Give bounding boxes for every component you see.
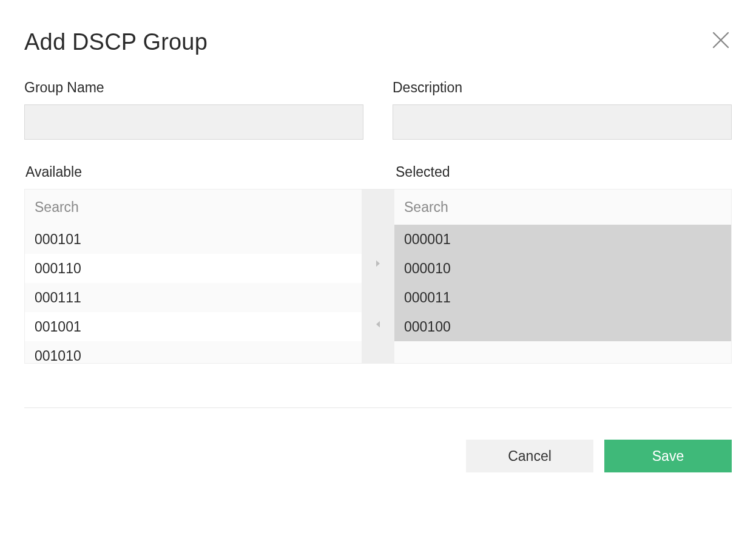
footer-actions: Cancel Save xyxy=(24,440,732,472)
list-item[interactable]: 000111 xyxy=(25,283,362,312)
list-item[interactable]: 000011 xyxy=(394,283,731,312)
description-input[interactable] xyxy=(393,104,732,140)
list-item[interactable]: 001010 xyxy=(25,341,362,363)
transfer-controls xyxy=(362,189,394,363)
close-button[interactable] xyxy=(710,29,732,51)
modal-title: Add DSCP Group xyxy=(24,29,732,55)
save-button[interactable]: Save xyxy=(604,440,732,472)
available-search-input[interactable] xyxy=(25,189,362,225)
list-item[interactable]: 000010 xyxy=(394,254,731,283)
available-list: 000101000110000111001001001010 xyxy=(25,225,362,363)
selected-list: 000001000010000011000100 xyxy=(394,225,731,363)
selected-search-input[interactable] xyxy=(394,189,731,225)
field-row: Group Name Description xyxy=(24,80,732,140)
add-dscp-group-modal: Add DSCP Group Group Name Description Av… xyxy=(0,0,756,555)
move-left-button[interactable] xyxy=(362,312,394,336)
svg-marker-2 xyxy=(376,260,380,267)
dual-list-box: 000101000110000111001001001010 000001000… xyxy=(24,189,732,364)
list-item[interactable]: 000110 xyxy=(25,254,362,283)
list-item[interactable]: 000001 xyxy=(394,225,731,254)
list-item[interactable]: 000100 xyxy=(394,312,731,341)
available-column: 000101000110000111001001001010 xyxy=(25,189,362,363)
description-label: Description xyxy=(393,80,732,96)
chevron-right-icon xyxy=(362,258,394,269)
list-item[interactable]: 000101 xyxy=(25,225,362,254)
cancel-button[interactable]: Cancel xyxy=(466,440,593,472)
dual-list-headings: Available Selected xyxy=(24,164,732,189)
svg-marker-3 xyxy=(376,321,380,328)
description-field: Description xyxy=(393,80,732,140)
available-heading: Available xyxy=(24,164,362,189)
group-name-input[interactable] xyxy=(24,104,363,140)
group-name-field: Group Name xyxy=(24,80,363,140)
list-item[interactable]: 001001 xyxy=(25,312,362,341)
move-right-button[interactable] xyxy=(362,251,394,276)
footer-divider xyxy=(24,407,732,408)
chevron-left-icon xyxy=(362,319,394,330)
selected-column: 000001000010000011000100 xyxy=(394,189,731,363)
selected-heading: Selected xyxy=(362,164,732,189)
close-icon xyxy=(710,29,732,51)
group-name-label: Group Name xyxy=(24,80,363,96)
